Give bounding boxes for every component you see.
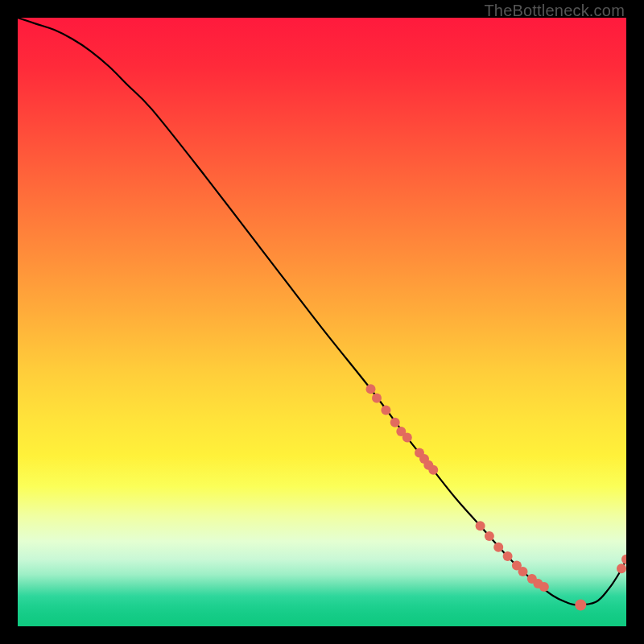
data-point (575, 600, 586, 611)
watermark-text: TheBottleneck.com (484, 2, 625, 20)
data-point (493, 543, 503, 552)
data-point (539, 582, 549, 592)
data-point (366, 384, 376, 394)
data-point (476, 521, 485, 530)
data-point (402, 433, 412, 443)
data-points-group (366, 384, 627, 610)
data-point (381, 406, 390, 415)
data-point (617, 564, 626, 573)
data-point (372, 394, 382, 403)
data-point (518, 567, 528, 576)
data-point (428, 465, 438, 475)
data-point (390, 418, 400, 427)
plot-area (18, 18, 626, 626)
bottleneck-curve (18, 18, 626, 605)
data-point (621, 555, 626, 564)
chart-stage: TheBottleneck.com (0, 0, 644, 644)
data-point (485, 531, 494, 541)
data-point (503, 551, 513, 561)
chart-svg (18, 18, 626, 626)
